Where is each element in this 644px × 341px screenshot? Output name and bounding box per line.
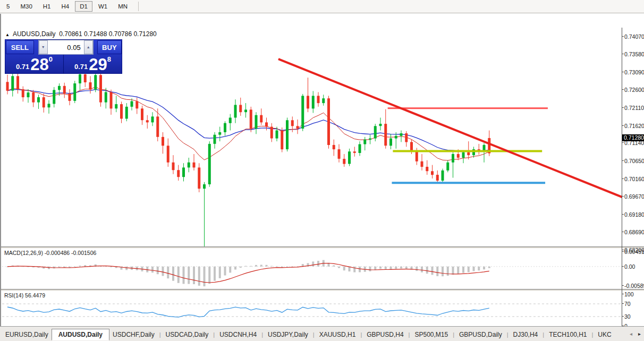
price-axis-label: 0.74070	[624, 33, 644, 40]
buy-price-prefix: 0.71	[74, 63, 88, 71]
expand-icon[interactable]: ▲	[5, 32, 10, 37]
chart-tab-gbpusd-h4[interactable]: GBPUSD,H4	[363, 329, 406, 340]
volume-decrease-button[interactable]: ▼	[39, 40, 48, 54]
sell-price-display[interactable]: 0.71 28 0	[5, 55, 64, 74]
axis-tick	[622, 160, 624, 161]
tab-divider: |	[507, 331, 509, 338]
tab-divider: |	[159, 331, 161, 338]
timeframe-button-w1[interactable]: W1	[94, 1, 112, 12]
volume-input[interactable]	[48, 40, 84, 54]
axis-tick	[622, 178, 624, 179]
volume-stepper: ▼ ▲	[38, 40, 94, 55]
tab-divider: |	[543, 331, 544, 338]
mt4-terminal: 5M30H1H4D1W1MN ▲AUDUSD,Daily 0.70861 0.7…	[0, 0, 644, 341]
axis-tick	[622, 72, 624, 72]
sell-price-pips: 28	[30, 57, 48, 72]
rsi-indicator-label: RSI(14) 56.4479	[4, 292, 45, 299]
tab-divider: |	[313, 331, 315, 338]
chart-tab-dj30-h4[interactable]: DJ30,H4	[510, 329, 541, 340]
price-axis-label: 0.70160	[624, 176, 644, 182]
price-axis-label: 0.71140	[624, 140, 644, 146]
tab-divider: |	[409, 331, 410, 338]
macd-axis-label: 0.004517	[624, 249, 644, 255]
axis-tick	[622, 214, 624, 215]
buy-button[interactable]: BUY	[97, 40, 122, 54]
price-axis-label: 0.70650	[624, 158, 644, 164]
rsi-chart[interactable]	[2, 291, 622, 329]
macd-axis-label: -0.005899	[624, 283, 644, 289]
axis-tick	[622, 142, 624, 143]
chart-tab-sp500-m15[interactable]: SP500,M15	[411, 329, 451, 340]
tab-divider: |	[261, 331, 263, 338]
chart-ohlc-values: 0.70861 0.71488 0.70786 0.71280	[59, 30, 157, 38]
sell-button[interactable]: SELL	[6, 40, 34, 54]
timeframe-button-h4[interactable]: H4	[56, 1, 74, 12]
tab-scroll-left-icon[interactable]: ◂	[630, 331, 632, 337]
tab-divider: |	[592, 331, 594, 338]
timeframe-button-m30[interactable]: M30	[15, 1, 37, 12]
axis-tick	[622, 285, 624, 286]
axis-tick	[622, 125, 624, 126]
tab-scroll-right-icon[interactable]: ▸	[638, 331, 641, 337]
timeframe-button-5[interactable]: 5	[2, 1, 14, 12]
axis-tick	[622, 266, 624, 267]
chart-tab-xauusd-h1[interactable]: XAUUSD,H1	[316, 329, 359, 340]
price-axis-label: 0.71620	[624, 123, 644, 129]
price-axis-label: 0.69180	[624, 211, 644, 218]
tab-divider: |	[360, 331, 362, 338]
price-axis-label: 0.73580	[624, 51, 644, 57]
toolbar-divider	[138, 2, 139, 11]
volume-increase-button[interactable]: ▲	[84, 40, 93, 54]
sell-price-point: 0	[49, 55, 53, 63]
sell-price-prefix: 0.71	[16, 63, 29, 71]
chart-tab-gbpusd-daily[interactable]: GBPUSD,Daily	[456, 329, 505, 340]
price-axis-border	[622, 28, 622, 340]
chart-tab-bar: EURUSD,DailyAUDUSD,DailyUSDCHF,Daily|USD…	[0, 326, 644, 341]
axis-tick	[622, 36, 624, 37]
one-click-trading-widget: SELL ▼ ▲ BUY 0.71 28 0 0.71 29 8	[5, 39, 122, 74]
timeframe-button-d1[interactable]: D1	[75, 1, 92, 12]
buy-price-pips: 29	[89, 57, 107, 72]
chart-title-bar: ▲AUDUSD,Daily 0.70861 0.71488 0.70786 0.…	[5, 30, 157, 38]
rsi-axis-label: 30	[624, 313, 644, 320]
chart-tab-usdcnh-h4[interactable]: USDCNH,H4	[216, 329, 260, 340]
price-axis-label: 0.72600	[624, 87, 644, 93]
macd-indicator-label: MACD(12,26,9) -0.000486 -0.001506	[4, 250, 96, 256]
axis-tick	[622, 107, 624, 108]
chart-tab-ukc[interactable]: UKC	[595, 329, 614, 340]
price-axis-label: 0.73090	[624, 69, 644, 75]
chart-symbol-label: AUDUSD,Daily	[13, 30, 56, 38]
timeframe-button-h1[interactable]: H1	[38, 1, 56, 12]
chart-window[interactable]: ▲AUDUSD,Daily 0.70861 0.71488 0.70786 0.…	[0, 14, 644, 326]
buy-price-point: 8	[107, 55, 111, 63]
rsi-axis-label: 100	[624, 291, 644, 297]
axis-tick	[622, 250, 624, 250]
chart-tab-eurusd-daily[interactable]: EURUSD,Daily	[2, 329, 52, 340]
chart-tab-usdchf-daily[interactable]: USDCHF,Daily	[109, 329, 158, 340]
timeframe-button-mn[interactable]: MN	[113, 1, 132, 12]
price-axis-label: 0.68690	[624, 229, 644, 235]
macd-axis-label: 0.00	[624, 263, 644, 270]
buy-price-display[interactable]: 0.71 29 8	[64, 55, 122, 74]
tab-divider: |	[453, 331, 454, 338]
chart-tab-usdcad-daily[interactable]: USDCAD,Daily	[163, 329, 212, 340]
axis-tick	[622, 303, 624, 304]
chart-tab-usdjpy-daily[interactable]: USDJPY,Daily	[265, 329, 311, 340]
chart-tab-audusd-daily[interactable]: AUDUSD,Daily	[52, 329, 109, 340]
axis-tick	[622, 54, 624, 54]
timeframe-toolbar: 5M30H1H4D1W1MN	[0, 0, 644, 13]
price-axis-label: 0.72110	[624, 105, 644, 111]
chart-tab-tech100-h1[interactable]: TECH100,H1	[546, 329, 590, 340]
tab-divider: |	[213, 331, 215, 338]
axis-tick	[622, 89, 624, 90]
price-axis-label: 0.69670	[624, 193, 644, 200]
axis-tick	[622, 251, 624, 252]
rsi-axis-label: 70	[624, 301, 644, 307]
axis-tick	[622, 294, 624, 294]
axis-tick	[622, 232, 624, 232]
chart-tabs: EURUSD,DailyAUDUSD,DailyUSDCHF,Daily|USD…	[2, 329, 615, 340]
axis-tick	[622, 316, 624, 317]
axis-tick	[622, 196, 624, 197]
